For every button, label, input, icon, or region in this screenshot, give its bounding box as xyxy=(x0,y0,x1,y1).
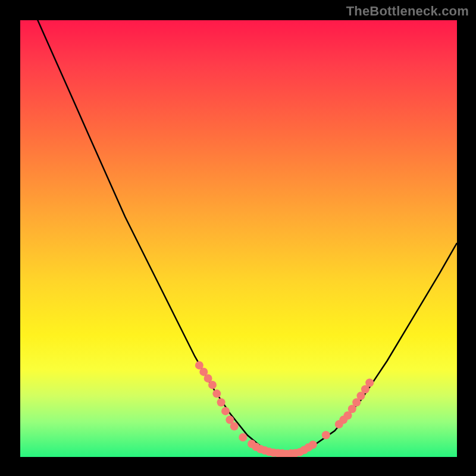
data-marker xyxy=(221,407,230,415)
attribution-watermark: TheBottleneck.com xyxy=(346,4,469,19)
data-marker xyxy=(217,398,226,406)
data-marker xyxy=(208,381,217,389)
curve-layer xyxy=(20,20,457,454)
data-marker xyxy=(239,433,247,441)
app-frame: TheBottleneck.com xyxy=(0,0,476,476)
data-marker xyxy=(230,422,239,431)
bottleneck-chart xyxy=(20,20,457,457)
data-marker xyxy=(309,440,317,449)
bottleneck-curve xyxy=(20,20,457,454)
data-marker xyxy=(212,390,221,398)
marker-layer xyxy=(195,361,374,457)
data-marker xyxy=(365,378,374,387)
data-marker xyxy=(322,431,330,439)
